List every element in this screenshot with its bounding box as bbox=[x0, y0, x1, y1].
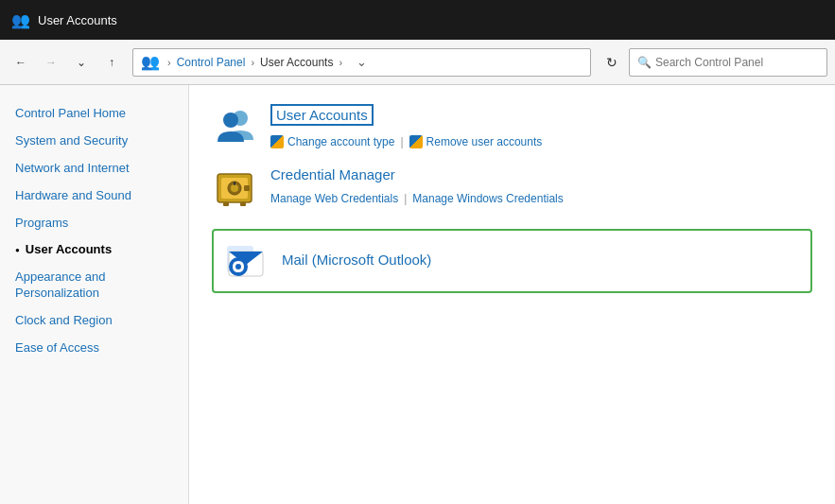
sidebar-item-label: User Accounts bbox=[26, 242, 112, 258]
sidebar-item-appearance[interactable]: Appearance and Personalization bbox=[0, 264, 188, 307]
cp-item-mail[interactable]: Mail (Microsoft Outlook) bbox=[212, 229, 812, 293]
sidebar-item-system-security[interactable]: System and Security bbox=[0, 128, 188, 155]
link-sep-1: | bbox=[400, 135, 403, 148]
svg-rect-8 bbox=[223, 202, 229, 206]
sidebar-item-label: Programs bbox=[15, 216, 68, 232]
sidebar-item-label: Ease of Access bbox=[15, 340, 99, 356]
search-icon: 🔍 bbox=[637, 56, 652, 69]
breadcrumb-sep-1: › bbox=[251, 57, 254, 68]
sidebar-item-label: Hardware and Sound bbox=[15, 188, 131, 204]
svg-point-5 bbox=[231, 184, 238, 192]
sidebar-item-label: Appearance and Personalization bbox=[15, 269, 173, 302]
breadcrumb: 👥 › Control Panel › User Accounts › ⌄ bbox=[132, 48, 591, 77]
svg-rect-9 bbox=[240, 202, 246, 206]
search-input[interactable] bbox=[655, 56, 819, 69]
change-account-type-link[interactable]: Change account type bbox=[287, 135, 394, 148]
sidebar-item-user-accounts[interactable]: ● User Accounts bbox=[0, 236, 188, 264]
recent-pages-button[interactable]: ⌄ bbox=[68, 49, 95, 76]
credential-manager-icon bbox=[212, 166, 257, 212]
breadcrumb-sep-0: › bbox=[167, 57, 171, 68]
back-button[interactable]: ← bbox=[8, 49, 34, 76]
title-bar: 👥 User Accounts bbox=[0, 0, 835, 40]
sidebar-item-label: System and Security bbox=[15, 133, 128, 149]
sidebar-item-label: Clock and Region bbox=[15, 313, 113, 329]
title-bar-text: User Accounts bbox=[38, 13, 117, 27]
sidebar-item-hardware-sound[interactable]: Hardware and Sound bbox=[0, 182, 188, 210]
user-accounts-links: Change account type | Remove user accoun… bbox=[270, 135, 812, 148]
svg-point-1 bbox=[223, 113, 238, 128]
content-area: User Accounts Change account type | Remo… bbox=[189, 85, 835, 504]
sidebar-item-label: Network and Internet bbox=[15, 161, 130, 177]
shield-icon-2 bbox=[409, 135, 423, 148]
sidebar-item-ease-access[interactable]: Ease of Access bbox=[0, 335, 188, 362]
credential-manager-title[interactable]: Credential Manager bbox=[270, 166, 395, 182]
breadcrumb-icon: 👥 bbox=[141, 53, 160, 71]
link-sep-2: | bbox=[404, 192, 407, 205]
sidebar-item-programs[interactable]: Programs bbox=[0, 210, 188, 237]
mail-icon bbox=[223, 238, 269, 284]
credential-manager-content: Credential Manager Manage Web Credential… bbox=[270, 166, 812, 205]
user-accounts-content: User Accounts Change account type | Remo… bbox=[270, 104, 812, 148]
mail-title[interactable]: Mail (Microsoft Outlook) bbox=[282, 252, 431, 268]
active-bullet: ● bbox=[15, 246, 20, 255]
search-box: 🔍 bbox=[629, 48, 827, 77]
user-accounts-title[interactable]: User Accounts bbox=[270, 104, 374, 126]
user-accounts-icon bbox=[212, 104, 257, 149]
manage-windows-credentials-link[interactable]: Manage Windows Credentials bbox=[412, 192, 563, 205]
sidebar-item-network-internet[interactable]: Network and Internet bbox=[0, 155, 188, 182]
breadcrumb-control-panel[interactable]: Control Panel bbox=[177, 56, 246, 69]
main-layout: Control Panel Home System and Security N… bbox=[0, 85, 835, 504]
manage-web-credentials-link[interactable]: Manage Web Credentials bbox=[270, 192, 398, 205]
breadcrumb-dropdown-button[interactable]: ⌄ bbox=[352, 53, 371, 72]
refresh-button[interactable]: ↻ bbox=[599, 49, 625, 76]
sidebar-item-label: Control Panel Home bbox=[15, 106, 126, 122]
up-button[interactable]: ↑ bbox=[98, 49, 125, 76]
cp-item-credential-manager: Credential Manager Manage Web Credential… bbox=[212, 166, 812, 212]
svg-rect-7 bbox=[244, 185, 250, 191]
title-bar-icon: 👥 bbox=[11, 10, 30, 29]
svg-rect-6 bbox=[234, 182, 235, 185]
sidebar-item-clock-region[interactable]: Clock and Region bbox=[0, 307, 188, 335]
cp-item-user-accounts: User Accounts Change account type | Remo… bbox=[212, 104, 812, 149]
forward-button[interactable]: → bbox=[38, 49, 64, 76]
shield-icon-1 bbox=[270, 135, 284, 148]
breadcrumb-user-accounts: User Accounts bbox=[260, 56, 333, 69]
nav-bar: ← → ⌄ ↑ 👥 › Control Panel › User Account… bbox=[0, 40, 835, 85]
sidebar: Control Panel Home System and Security N… bbox=[0, 85, 189, 504]
remove-user-accounts-link[interactable]: Remove user accounts bbox=[426, 135, 543, 148]
sidebar-item-control-panel-home[interactable]: Control Panel Home bbox=[0, 100, 188, 128]
credential-manager-links: Manage Web Credentials | Manage Windows … bbox=[270, 192, 812, 205]
breadcrumb-sep-2: › bbox=[339, 57, 342, 68]
mail-content: Mail (Microsoft Outlook) bbox=[282, 252, 801, 271]
